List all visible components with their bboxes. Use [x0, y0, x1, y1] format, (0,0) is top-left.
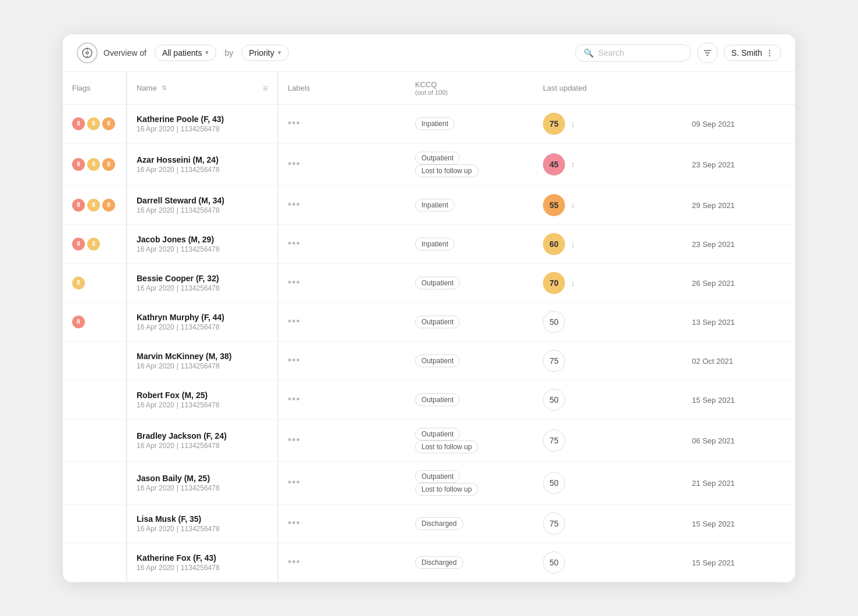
row-menu-icon[interactable]: ••• — [288, 199, 301, 210]
flags-cell — [63, 461, 127, 504]
kccq-cell: 70 ↓ — [534, 263, 682, 302]
updated-date: 15 Sep 2021 — [692, 520, 735, 528]
flags-cell: 88 — [63, 224, 127, 263]
patient-meta: 16 Apr 2020|1134256478 — [137, 323, 268, 331]
menu-cell[interactable]: ••• — [278, 104, 406, 143]
row-menu-icon[interactable]: ••• — [288, 158, 301, 170]
kccq-value: 50 — [543, 472, 565, 494]
kccq-cell: 75 — [534, 504, 682, 543]
last-updated-cell: 29 Sep 2021 — [682, 185, 795, 224]
updated-date: 13 Sep 2021 — [692, 318, 735, 327]
updated-date: 29 Sep 2021 — [692, 201, 735, 210]
patient-meta: 16 Apr 2020|1134256478 — [137, 284, 268, 292]
patient-name: Azar Hosseini (M, 24) — [137, 155, 268, 164]
flag-badge-orange: 8 — [102, 158, 115, 171]
overview-label: Overview of — [103, 48, 146, 58]
all-patients-dropdown[interactable]: All patients ▾ — [155, 45, 216, 61]
flag-badge-yellow: 8 — [87, 117, 100, 130]
patient-meta: 16 Apr 2020|1134256478 — [137, 484, 268, 492]
patient-info-cell[interactable]: Marvin McKinney (M, 38) 16 Apr 2020|1134… — [127, 341, 278, 380]
menu-cell[interactable]: ••• — [278, 302, 406, 341]
label-badge: Outpatient — [415, 470, 460, 483]
table-row: 8 Kathryn Murphy (F, 44) 16 Apr 2020|113… — [63, 302, 795, 341]
flags-cell — [63, 543, 127, 582]
filter-button[interactable] — [697, 42, 718, 63]
table-row: 88 Jacob Jones (M, 29) 16 Apr 2020|11342… — [63, 224, 795, 263]
menu-cell[interactable]: ••• — [278, 263, 406, 302]
row-menu-icon[interactable]: ••• — [288, 477, 301, 488]
labels-cell: OutpatientLost to follow up — [406, 461, 534, 504]
patient-info-cell[interactable]: Katherine Poole (F, 43) 16 Apr 2020|1134… — [127, 104, 278, 143]
patient-name: Jason Baily (M, 25) — [137, 474, 268, 483]
patient-name: Bradley Jackson (F, 24) — [137, 431, 268, 440]
patient-info-cell[interactable]: Katherine Fox (F, 43) 16 Apr 2020|113425… — [127, 543, 278, 582]
table-row: 888 Darrell Steward (M, 34) 16 Apr 2020|… — [63, 185, 795, 224]
menu-cell[interactable]: ••• — [278, 461, 406, 504]
patient-info-cell[interactable]: Bessie Cooper (F, 32) 16 Apr 2020|113425… — [127, 263, 278, 302]
flag-badge-red: 8 — [72, 238, 85, 250]
label-badge: Outpatient — [415, 428, 460, 440]
menu-cell[interactable]: ••• — [278, 419, 406, 461]
row-menu-icon[interactable]: ••• — [288, 517, 301, 529]
patient-info-cell[interactable]: Azar Hosseini (M, 24) 16 Apr 2020|113425… — [127, 143, 278, 185]
kccq-cell: 75 ↓ — [534, 104, 682, 143]
row-menu-icon[interactable]: ••• — [288, 434, 301, 446]
labels-cell: Discharged — [406, 504, 534, 543]
last-updated-cell: 06 Sep 2021 — [682, 419, 795, 461]
labels-cell: Outpatient — [406, 380, 534, 419]
flags-cell: 888 — [63, 104, 127, 143]
row-menu-icon[interactable]: ••• — [288, 354, 301, 366]
menu-cell[interactable]: ••• — [278, 143, 406, 185]
patient-info-cell[interactable]: Jacob Jones (M, 29) 16 Apr 2020|11342564… — [127, 224, 278, 263]
menu-cell[interactable]: ••• — [278, 341, 406, 380]
flag-badge-yellow: 8 — [72, 277, 85, 289]
patient-info-cell[interactable]: Lisa Musk (F, 35) 16 Apr 2020|1134256478 — [127, 504, 278, 543]
patient-name: Katherine Poole (F, 43) — [137, 114, 268, 124]
last-updated-cell: 26 Sep 2021 — [682, 263, 795, 302]
menu-cell[interactable]: ••• — [278, 224, 406, 263]
flag-badge-yellow: 8 — [87, 199, 100, 212]
menu-cell[interactable]: ••• — [278, 504, 406, 543]
labels-cell: Inpatient — [406, 185, 534, 224]
table-row: Bradley Jackson (F, 24) 16 Apr 2020|1134… — [63, 419, 795, 461]
patient-name: Darrell Steward (M, 34) — [137, 196, 268, 205]
row-menu-icon[interactable]: ••• — [288, 117, 301, 129]
flags-cell: 8 — [63, 263, 127, 302]
row-menu-icon[interactable]: ••• — [288, 393, 301, 405]
name-sort-icon[interactable]: ⇅ — [162, 84, 167, 92]
labels-cell: OutpatientLost to follow up — [406, 419, 534, 461]
priority-dropdown[interactable]: Priority ▾ — [241, 45, 289, 61]
menu-cell[interactable]: ••• — [278, 380, 406, 419]
menu-cell[interactable]: ••• — [278, 543, 406, 582]
label-badge: Outpatient — [415, 393, 460, 406]
row-menu-icon[interactable]: ••• — [288, 316, 301, 327]
flag-badge-yellow: 8 — [87, 238, 100, 250]
updated-date: 15 Sep 2021 — [692, 558, 735, 567]
kccq-value: 50 — [543, 389, 565, 411]
svg-point-1 — [86, 52, 88, 54]
patient-name: Katherine Fox (F, 43) — [137, 553, 268, 563]
kccq-cell: 55 ↓ — [534, 185, 682, 224]
user-menu[interactable]: S. Smith ⋮ — [724, 45, 781, 61]
updated-date: 02 Oct 2021 — [692, 357, 733, 366]
label-badge: Inpatient — [415, 238, 455, 250]
patient-info-cell[interactable]: Bradley Jackson (F, 24) 16 Apr 2020|1134… — [127, 419, 278, 461]
patient-info-cell[interactable]: Kathryn Murphy (F, 44) 16 Apr 2020|11342… — [127, 302, 278, 341]
name-col-menu-icon[interactable]: ≡ — [263, 83, 268, 93]
labels-cell: Inpatient — [406, 224, 534, 263]
search-box[interactable]: 🔍 Search — [575, 44, 691, 62]
kccq-value: 50 — [543, 551, 565, 574]
row-menu-icon[interactable]: ••• — [288, 238, 301, 249]
label-badge: Lost to follow up — [415, 164, 478, 177]
flag-badge-orange: 8 — [102, 117, 115, 130]
patient-info-cell[interactable]: Darrell Steward (M, 34) 16 Apr 2020|1134… — [127, 185, 278, 224]
main-card: Overview of All patients ▾ by Priority ▾… — [63, 34, 795, 582]
flag-badge-yellow: 8 — [87, 158, 100, 171]
menu-cell[interactable]: ••• — [278, 185, 406, 224]
patient-info-cell[interactable]: Robert Fox (M, 25) 16 Apr 2020|113425647… — [127, 380, 278, 419]
patient-info-cell[interactable]: Jason Baily (M, 25) 16 Apr 2020|11342564… — [127, 461, 278, 504]
flag-badge-red: 8 — [72, 199, 85, 212]
row-menu-icon[interactable]: ••• — [288, 556, 301, 568]
labels-cell: Outpatient — [406, 302, 534, 341]
row-menu-icon[interactable]: ••• — [288, 277, 301, 288]
